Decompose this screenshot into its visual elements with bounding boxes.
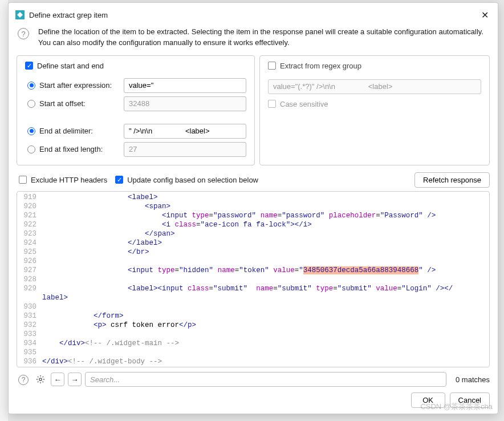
code-line[interactable]: 919 <label> [17,193,489,202]
regex-panel: Extract from regex group Case sensitive [259,55,490,165]
options-row: Exclude HTTP headers Update config based… [14,165,492,191]
start-after-input[interactable] [124,78,246,93]
response-code-panel[interactable]: 919 <label>920 <span>921 <input type="pa… [17,191,490,367]
regex-checkbox[interactable] [268,62,276,70]
end-fixed-input[interactable] [124,142,246,157]
settings-icon[interactable] [34,373,47,386]
code-line[interactable]: 927 <input type="hidden" name="token" va… [17,266,489,275]
code-line[interactable]: 928 [17,275,489,284]
define-start-end-label: Define start and end [37,62,104,70]
code-line[interactable]: 925 </br> [17,248,489,257]
code-line[interactable]: 930 [17,302,489,311]
help-icon-small[interactable]: ? [17,373,30,386]
regex-fieldset-label: Extract from regex group [280,62,361,70]
end-fixed-radio[interactable] [27,145,35,153]
end-delim-radio[interactable] [27,127,35,135]
ok-button[interactable]: OK [411,392,445,408]
code-line[interactable]: 923 </span> [17,229,489,238]
case-sensitive-label: Case sensitive [280,100,328,108]
code-line[interactable]: 921 <input type="password" name="passwor… [17,211,489,220]
code-line[interactable]: 922 <i class="ace-icon fa fa-lock"></i> [17,220,489,229]
svg-point-1 [39,378,42,380]
svg-marker-0 [17,12,23,18]
code-line[interactable]: 934 </div><!-- /.widget-main --> [17,339,489,348]
background-fragments [0,0,8,421]
define-start-end-panel: Define start and end Start after express… [17,55,255,165]
app-icon [15,10,25,19]
code-line[interactable]: 924 </label> [17,238,489,248]
code-line[interactable]: 929 <label><input class="submit" name="s… [17,284,489,302]
code-line[interactable]: 937 [17,366,489,367]
case-sensitive-checkbox[interactable] [268,100,276,108]
prev-match-button[interactable]: ← [51,373,64,386]
help-icon[interactable]: ? [18,28,29,39]
code-line[interactable]: 933 [17,330,489,339]
start-offset-radio[interactable] [27,100,35,108]
dialog-title: Define extract grep item [29,11,108,19]
intro-text: Define the location of the item to be ex… [38,27,489,48]
refetch-button[interactable]: Refetch response [414,172,490,188]
close-button[interactable]: ✕ [478,9,491,21]
dialog-window: Define extract grep item ✕ ? Define the … [8,2,498,414]
update-config-checkbox[interactable] [115,176,123,184]
start-offset-input[interactable] [124,96,246,111]
exclude-headers-checkbox[interactable] [19,176,27,184]
cancel-button[interactable]: Cancel [450,392,490,408]
start-after-radio[interactable] [27,82,35,90]
end-fixed-label: End at fixed length: [39,145,124,153]
regex-input[interactable] [268,79,481,94]
start-after-label: Start after expression: [39,81,124,90]
start-offset-label: Start at offset: [39,99,124,108]
bottom-toolbar: ? ← → Search... 0 matches [14,367,492,389]
code-line[interactable]: 932 <p> csrf token error</p> [17,321,489,330]
footer: OK Cancel [14,389,492,408]
code-line[interactable]: 931 </form> [17,311,489,321]
next-match-button[interactable]: → [68,373,82,386]
code-line[interactable]: 920 <span> [17,202,489,211]
update-config-label: Update config based on selection below [127,176,258,184]
match-count: 0 matches [456,375,490,384]
search-input[interactable]: Search... [85,372,446,387]
code-line[interactable]: 936</div><!-- /.widget-body --> [17,357,489,366]
intro-row: ? Define the location of the item to be … [14,25,492,55]
code-line[interactable]: 926 [17,257,489,266]
end-delim-input[interactable] [124,124,246,139]
end-delim-label: End at delimiter: [39,127,124,135]
define-start-end-checkbox[interactable] [25,62,33,70]
titlebar: Define extract grep item ✕ [14,7,492,25]
code-line[interactable]: 935 [17,348,489,357]
exclude-headers-label: Exclude HTTP headers [31,176,107,184]
